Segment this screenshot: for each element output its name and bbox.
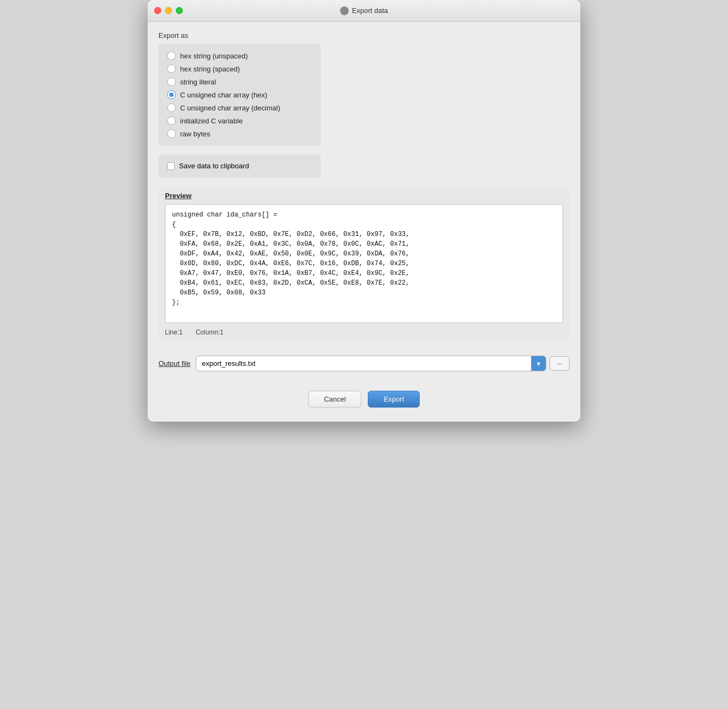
minimize-button[interactable]: [165, 7, 172, 14]
export-dialog: Export data Export as hex string (unspac…: [148, 0, 580, 422]
option-string-literal[interactable]: string literal: [167, 77, 312, 86]
close-button[interactable]: [154, 7, 161, 14]
export-as-label: Export as: [158, 31, 570, 40]
radio-initialized-c-variable[interactable]: [167, 116, 176, 125]
radio-c-unsigned-decimal[interactable]: [167, 103, 176, 112]
bottom-buttons: Cancel Export: [158, 384, 570, 412]
output-file-row: Output file ▼ ···: [158, 351, 570, 376]
output-input-wrap: ▼ ···: [196, 356, 570, 371]
column-status: Column:1: [196, 329, 223, 336]
line-status: Line:1: [165, 329, 183, 336]
option-c-unsigned-decimal[interactable]: C unsigned char array (decimal): [167, 103, 312, 112]
clipboard-label: Save data to clipboard: [179, 162, 249, 170]
option-initialized-c-variable[interactable]: initialized C variable: [167, 116, 312, 125]
clipboard-section[interactable]: Save data to clipboard: [158, 154, 321, 178]
output-dropdown-button[interactable]: ▼: [531, 356, 546, 371]
browse-button[interactable]: ···: [550, 356, 570, 371]
clipboard-checkbox[interactable]: [167, 162, 175, 170]
preview-textarea[interactable]: [165, 204, 563, 323]
radio-hex-spaced[interactable]: [167, 64, 176, 73]
browse-icon: ···: [557, 359, 562, 367]
option-hex-spaced[interactable]: hex string (spaced): [167, 64, 312, 73]
radio-hex-unspaced[interactable]: [167, 51, 176, 60]
output-file-label: Output file: [158, 359, 190, 367]
chevron-down-icon: ▼: [535, 360, 541, 367]
export-button[interactable]: Export: [368, 391, 420, 408]
radio-string-literal[interactable]: [167, 77, 176, 86]
preview-title: Preview: [165, 192, 563, 200]
maximize-button[interactable]: [176, 7, 183, 14]
dialog-content: Export as hex string (unspaced) hex stri…: [148, 22, 580, 422]
option-hex-unspaced[interactable]: hex string (unspaced): [167, 51, 312, 60]
export-as-options: hex string (unspaced) hex string (spaced…: [158, 44, 321, 146]
option-raw-bytes[interactable]: raw bytes: [167, 129, 312, 138]
title-text: Export data: [352, 6, 388, 15]
preview-section: Preview Line:1 Column:1: [158, 186, 570, 343]
titlebar: Export data: [148, 0, 580, 22]
output-file-input[interactable]: [196, 356, 531, 371]
export-as-section: Export as hex string (unspaced) hex stri…: [158, 31, 570, 146]
status-bar: Line:1 Column:1: [165, 327, 563, 337]
output-input-combo: ▼: [196, 356, 546, 371]
window-controls: [154, 7, 183, 14]
radio-raw-bytes[interactable]: [167, 129, 176, 138]
cancel-button[interactable]: Cancel: [308, 391, 361, 408]
window-title: Export data: [340, 6, 388, 15]
radio-c-unsigned-hex[interactable]: [167, 90, 176, 99]
title-icon: [340, 6, 349, 15]
option-c-unsigned-hex[interactable]: C unsigned char array (hex): [167, 90, 312, 99]
